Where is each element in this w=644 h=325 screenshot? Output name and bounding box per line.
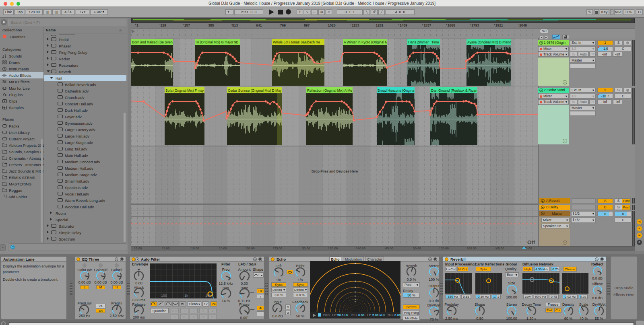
svg-text:1k: 1k <box>184 294 188 298</box>
svg-text:2: 2 <box>551 280 552 283</box>
svg-text:1: 1 <box>531 279 533 282</box>
svg-text:100: 100 <box>161 294 167 298</box>
svg-text:10k: 10k <box>205 294 211 298</box>
